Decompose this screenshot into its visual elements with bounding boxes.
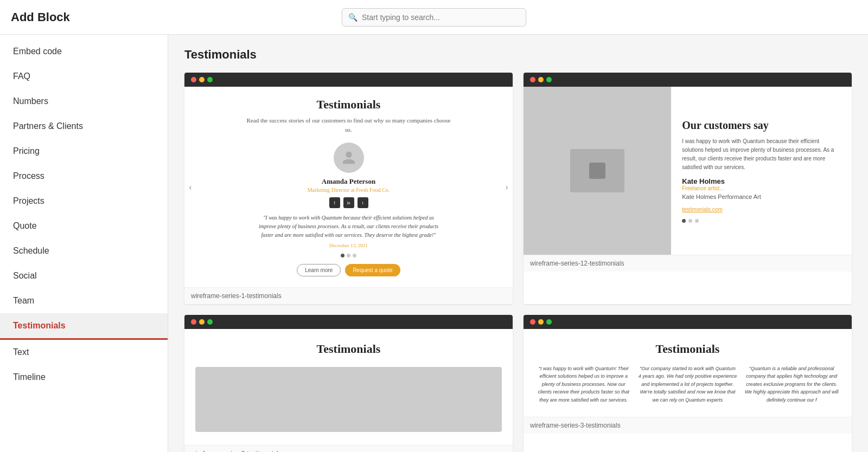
quote-text-1: "I was happy to work with Quantum becaus… <box>257 214 441 240</box>
dot-yellow-2 <box>538 77 544 82</box>
sidebar: Embed codeFAQNumbersPartners & ClientsPr… <box>0 35 168 452</box>
sidebar-item-timeline[interactable]: Timeline <box>0 365 168 390</box>
facebook-icon: f <box>329 197 340 208</box>
card4-col-3: "Quantum is a reliable and professional … <box>742 365 841 404</box>
dot-green-4 <box>546 319 552 325</box>
card2-company: Kate Holmes Performance Art <box>682 193 841 200</box>
card-label-2: wireframe-series-12-testimonials <box>524 255 852 272</box>
sidebar-item-testimonials[interactable]: Testimonials <box>0 313 168 340</box>
dot-red-4 <box>530 319 535 325</box>
request-quote-button-1[interactable]: Request a quote <box>345 264 400 276</box>
sidebar-item-text[interactable]: Text <box>0 340 168 365</box>
dot-green-3 <box>207 319 213 325</box>
top-bar: Add Block 🔍 <box>0 0 868 35</box>
card4-col-2: "Our company started to work with Quantu… <box>639 365 737 404</box>
dot-red-1 <box>191 77 196 82</box>
sidebar-item-embed-code[interactable]: Embed code <box>0 39 168 64</box>
section-title: Testimonials <box>184 48 852 62</box>
dot-3-1 <box>353 254 356 257</box>
card-preview-wrapper-1: ‹ Testimonials Read the success stories … <box>184 87 513 287</box>
dots-row-1 <box>341 254 356 257</box>
card2-image-area <box>524 87 671 255</box>
block-card-3[interactable]: Testimonials wireframe-series-2-testimon… <box>184 315 513 452</box>
search-input[interactable] <box>342 8 526 27</box>
twitter-icon: t <box>358 197 368 208</box>
dot-red-2 <box>530 77 535 82</box>
card2-dot-3 <box>695 219 699 223</box>
person-name-1: Amanda Peterson <box>322 177 375 186</box>
browser-bar-3 <box>184 315 513 329</box>
prev-arrow-1[interactable]: ‹ <box>189 182 192 193</box>
card-label-4: wireframe-series-3-testimonials <box>524 417 852 434</box>
card4-col-1: "I was happy to work with Quantum! Their… <box>534 365 633 404</box>
card3-image <box>195 367 502 432</box>
blocks-grid: ‹ Testimonials Read the success stories … <box>184 73 852 452</box>
dot-red-3 <box>191 319 196 325</box>
card4-columns: "I was happy to work with Quantum! Their… <box>534 365 841 404</box>
next-arrow-1[interactable]: › <box>505 182 508 193</box>
card-label-1: wireframe-series-1-testimonials <box>184 287 513 304</box>
block-card-2[interactable]: Our customers say I was happy to work wi… <box>524 73 852 304</box>
preview-subtext-1: Read the success stories of our customer… <box>246 116 452 134</box>
dot-yellow-3 <box>199 319 205 325</box>
browser-bar-4 <box>524 315 852 329</box>
browser-bar-2 <box>524 73 852 87</box>
card2-dot-1 <box>682 219 686 223</box>
instagram-icon: in <box>343 197 354 208</box>
app-title: Add Block <box>11 10 70 24</box>
card2-dots <box>682 219 841 223</box>
card2-heading: Our customers say <box>682 119 841 132</box>
card2-link[interactable]: testimonials.com <box>682 206 841 212</box>
card2-text: I was happy to work with Quantum because… <box>682 137 841 172</box>
card-label-3: wireframe-series-2-testimonials <box>184 445 513 452</box>
card-preview-2: Our customers say I was happy to work wi… <box>524 87 852 255</box>
sidebar-item-numbers[interactable]: Numbers <box>0 89 168 114</box>
dot-green-2 <box>546 77 552 82</box>
search-icon: 🔍 <box>348 13 358 22</box>
block-card-4[interactable]: Testimonials "I was happy to work with Q… <box>524 315 852 452</box>
sidebar-item-projects[interactable]: Projects <box>0 189 168 214</box>
card2-content: Our customers say I was happy to work wi… <box>671 87 852 255</box>
person-role-1: Marketing Director at Fresh Food Co. <box>308 187 390 193</box>
card4-heading: Testimonials <box>534 342 841 356</box>
card-preview-3: Testimonials <box>184 329 513 445</box>
preview-buttons-1: Learn more Request a quote <box>297 264 400 276</box>
sidebar-item-social[interactable]: Social <box>0 263 168 288</box>
sidebar-item-partners-clients[interactable]: Partners & Clients <box>0 114 168 139</box>
social-icons-1: f in t <box>329 197 368 208</box>
avatar-1 <box>334 143 364 173</box>
card2-person-name: Kate Holmes <box>682 177 841 185</box>
dot-active-1 <box>341 254 344 257</box>
learn-more-button-1[interactable]: Learn more <box>297 264 341 276</box>
sidebar-item-process[interactable]: Process <box>0 164 168 189</box>
card-preview-1: ‹ Testimonials Read the success stories … <box>184 87 513 287</box>
content-area: Testimonials ‹ Testimonials Read the suc… <box>168 35 868 452</box>
sidebar-item-team[interactable]: Team <box>0 288 168 313</box>
browser-bar-1 <box>184 73 513 87</box>
card2-person-role: Freelance artist... <box>682 185 841 191</box>
preview-heading-1: Testimonials <box>317 98 381 112</box>
card2-dot-2 <box>688 219 692 223</box>
dot-green-1 <box>207 77 213 82</box>
quote-date-1: December 13, 2021 <box>329 243 368 248</box>
main-layout: Embed codeFAQNumbersPartners & ClientsPr… <box>0 35 868 452</box>
dot-yellow-4 <box>538 319 544 325</box>
dot-yellow-1 <box>199 77 205 82</box>
search-wrap: 🔍 <box>342 8 526 27</box>
sidebar-item-faq[interactable]: FAQ <box>0 64 168 89</box>
sidebar-item-pricing[interactable]: Pricing <box>0 139 168 164</box>
dot-2-1 <box>347 254 350 257</box>
card3-heading: Testimonials <box>195 342 502 356</box>
card-preview-4: Testimonials "I was happy to work with Q… <box>524 329 852 417</box>
sidebar-item-schedule[interactable]: Schedule <box>0 238 168 263</box>
sidebar-item-quote[interactable]: Quote <box>0 214 168 238</box>
card2-image-placeholder <box>570 149 624 192</box>
block-card-1[interactable]: ‹ Testimonials Read the success stories … <box>184 73 513 304</box>
